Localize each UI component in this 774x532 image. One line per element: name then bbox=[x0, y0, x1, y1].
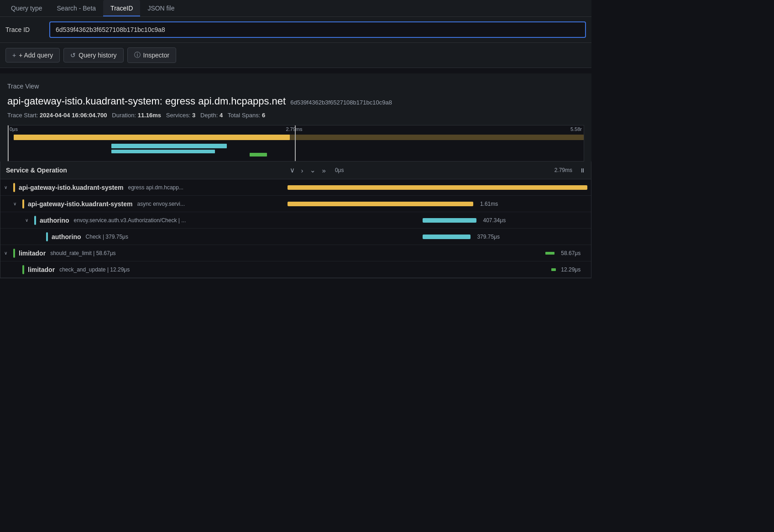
table-row[interactable]: › limitador check_and_update | 12.29μs 1… bbox=[0, 261, 591, 278]
trace-id-label: Trace ID bbox=[5, 26, 42, 33]
table-row[interactable]: ∨ api-gateway-istio.kuadrant-system asyn… bbox=[0, 196, 591, 212]
service-color-bar-3 bbox=[34, 216, 36, 225]
tab-json-file[interactable]: JSON file bbox=[140, 0, 182, 16]
span-left-4: › authorino Check | 379.75μs bbox=[0, 232, 284, 241]
table-row[interactable]: › authorino Check | 379.75μs 379.75μs bbox=[0, 229, 591, 245]
query-history-button[interactable]: ↺ Query history bbox=[63, 48, 123, 63]
service-color-bar-2 bbox=[22, 199, 24, 209]
action-buttons: + + Add query ↺ Query history ⓘ Inspecto… bbox=[0, 43, 591, 68]
operation-name-2: async envoy.servi... bbox=[137, 201, 185, 207]
service-name-1: api-gateway-istio.kuadrant-system bbox=[19, 184, 124, 191]
header-controls: ∨ › ⌄ » bbox=[288, 165, 328, 175]
trace-id-row: Trace ID bbox=[0, 17, 591, 43]
trace-start-value: 2024-04-04 16:06:04.700 bbox=[40, 112, 107, 119]
expand-icon-5[interactable]: ∨ bbox=[4, 250, 11, 256]
inspector-button[interactable]: ⓘ Inspector bbox=[127, 47, 177, 63]
span-left-5: ∨ limitador should_rate_limit | 58.67μs bbox=[0, 249, 284, 258]
expand-all-btn[interactable]: » bbox=[320, 166, 328, 175]
services-value: 3 bbox=[192, 112, 195, 119]
span-duration-2: 1.61ms bbox=[480, 201, 498, 207]
service-name-5: limitador bbox=[19, 250, 46, 257]
timeline-bar-container-5: 58.67μs bbox=[288, 250, 587, 256]
operation-name-6: check_and_update | 12.29μs bbox=[59, 266, 130, 273]
span-duration-6: 12.29μs bbox=[561, 266, 580, 273]
span-duration-4: 379.75μs bbox=[477, 234, 500, 240]
info-icon: ⓘ bbox=[134, 51, 141, 59]
query-history-label: Query history bbox=[78, 52, 116, 59]
expand-children-btn[interactable]: › bbox=[299, 166, 305, 175]
trace-view-section: Trace View api-gateway-istio.kuadrant-sy… bbox=[0, 73, 591, 162]
timeline-bar-container-4: 379.75μs bbox=[288, 234, 587, 240]
expand-icon-1[interactable]: ∨ bbox=[4, 185, 11, 190]
tab-query-type[interactable]: Query type bbox=[4, 0, 49, 16]
timeline-bar-2 bbox=[288, 202, 473, 206]
trace-minimap[interactable]: 0μs 2.79ms 5.58r bbox=[7, 125, 584, 162]
inspector-label: Inspector bbox=[143, 52, 170, 59]
span-left-1: ∨ api-gateway-istio.kuadrant-system egre… bbox=[0, 183, 284, 192]
service-color-bar-6 bbox=[22, 265, 24, 274]
timeline-bar-4 bbox=[423, 235, 471, 239]
span-duration-5: 58.67μs bbox=[561, 250, 580, 256]
table-row[interactable]: ∨ authorino envoy.service.auth.v3.Author… bbox=[0, 212, 591, 229]
timeline-start-label: 0μs bbox=[335, 167, 344, 173]
table-row[interactable]: ∨ limitador should_rate_limit | 58.67μs … bbox=[0, 245, 591, 261]
depth-value: 4 bbox=[220, 112, 223, 119]
operation-name-5: should_rate_limit | 58.67μs bbox=[50, 250, 115, 256]
collapse-deep-btn[interactable]: ⌄ bbox=[308, 165, 318, 175]
span-duration-3: 407.34μs bbox=[483, 217, 506, 224]
plus-icon: + bbox=[12, 52, 16, 59]
span-right-2: 1.61ms bbox=[284, 201, 591, 207]
operation-name-3: envoy.service.auth.v3.Authorization/Chec… bbox=[74, 217, 186, 224]
tab-trace-id[interactable]: TraceID bbox=[103, 0, 140, 16]
duration-value: 11.16ms bbox=[138, 112, 161, 119]
timeline-bar-3 bbox=[423, 218, 476, 223]
timeline-bar-container-3: 407.34μs bbox=[288, 217, 587, 224]
span-left-2: ∨ api-gateway-istio.kuadrant-system asyn… bbox=[0, 199, 284, 209]
trace-name-main: api-gateway-istio.kuadrant-system: egres… bbox=[7, 95, 286, 107]
timeline-bar-6 bbox=[551, 268, 556, 271]
trace-meta: Trace Start: 2024-04-04 16:06:04.700 Dur… bbox=[7, 112, 584, 119]
tab-search-beta[interactable]: Search - Beta bbox=[49, 0, 103, 16]
spans-timeline-header: 0μs 2.79ms bbox=[331, 167, 576, 173]
timeline-bar-1 bbox=[288, 185, 587, 190]
service-color-bar-1 bbox=[13, 183, 15, 192]
timeline-bar-container-1 bbox=[288, 184, 587, 191]
service-color-bar-4 bbox=[46, 232, 48, 241]
total-spans-value: 6 bbox=[262, 112, 265, 119]
operation-name-4: Check | 379.75μs bbox=[86, 234, 128, 240]
timeline-bar-container-2: 1.61ms bbox=[288, 201, 587, 207]
span-left-3: ∨ authorino envoy.service.auth.v3.Author… bbox=[0, 216, 284, 225]
trace-view-title: Trace View bbox=[7, 83, 584, 90]
spans-header: Service & Operation ∨ › ⌄ » 0μs 2.79ms ⏸ bbox=[0, 162, 591, 179]
span-right-3: 407.34μs bbox=[284, 217, 591, 224]
span-right-1 bbox=[284, 184, 591, 191]
table-row[interactable]: ∨ api-gateway-istio.kuadrant-system egre… bbox=[0, 179, 591, 196]
expand-icon-3[interactable]: ∨ bbox=[25, 218, 32, 223]
span-right-5: 58.67μs bbox=[284, 250, 591, 256]
timeline-end-label: 2.79ms bbox=[554, 167, 572, 173]
operation-name-1: egress api.dm.hcapp... bbox=[128, 184, 183, 191]
collapse-all-btn[interactable]: ∨ bbox=[288, 165, 297, 175]
service-name-6: limitador bbox=[28, 266, 55, 273]
spans-header-title: Service & Operation bbox=[6, 167, 284, 174]
pause-button[interactable]: ⏸ bbox=[580, 167, 586, 174]
span-right-4: 379.75μs bbox=[284, 234, 591, 240]
trace-id-annotation: 6d539f4362b3f6527108b171bc10c9a8 bbox=[290, 99, 392, 106]
query-tabs: Query type Search - Beta TraceID JSON fi… bbox=[0, 0, 591, 17]
minimap-selection[interactable] bbox=[8, 125, 296, 161]
timeline-bar-5 bbox=[545, 252, 554, 255]
timeline-bar-container-6: 12.29μs bbox=[288, 266, 587, 273]
span-right-6: 12.29μs bbox=[284, 266, 591, 273]
trace-id-input[interactable] bbox=[49, 21, 586, 38]
service-name-2: api-gateway-istio.kuadrant-system bbox=[28, 200, 133, 208]
service-name-3: authorino bbox=[40, 217, 69, 224]
minimap-label-2: 5.58r bbox=[570, 126, 582, 132]
service-name-4: authorino bbox=[52, 233, 81, 240]
add-query-button[interactable]: + + Add query bbox=[5, 48, 60, 63]
history-icon: ↺ bbox=[70, 52, 76, 59]
add-query-label: + Add query bbox=[19, 52, 53, 59]
trace-name: api-gateway-istio.kuadrant-system: egres… bbox=[7, 95, 584, 107]
spans-container: Service & Operation ∨ › ⌄ » 0μs 2.79ms ⏸… bbox=[0, 162, 591, 278]
expand-icon-2[interactable]: ∨ bbox=[13, 201, 21, 206]
span-left-6: › limitador check_and_update | 12.29μs bbox=[0, 265, 284, 274]
